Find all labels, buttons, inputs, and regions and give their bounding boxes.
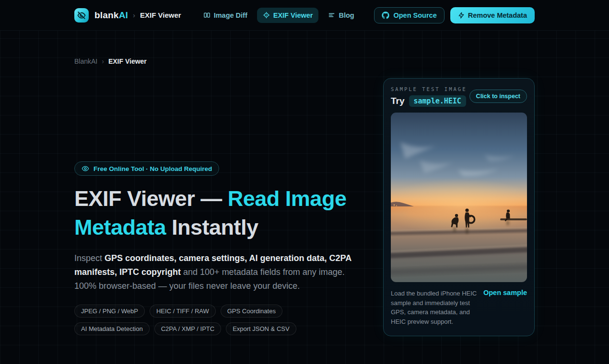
hero-section: Free Online Tool · No Upload Required EX… bbox=[74, 78, 535, 336]
sample-card-eyebrow: SAMPLE TEST IMAGE bbox=[391, 86, 467, 92]
exif-target-icon bbox=[263, 11, 270, 19]
feature-chips: JPEG / PNG / WebP HEIC / TIFF / RAW GPS … bbox=[74, 305, 362, 335]
remove-metadata-label: Remove Metadata bbox=[468, 11, 527, 19]
eye-icon bbox=[82, 165, 89, 172]
nav-item-image-diff[interactable]: Image Diff bbox=[198, 8, 253, 23]
topbar: blankAI › EXIF Viewer Image Diff bbox=[0, 0, 609, 31]
eye-off-icon bbox=[77, 11, 86, 20]
hero-description: Inspect GPS coordinates, camera settings… bbox=[74, 251, 361, 293]
nav-item-blog[interactable]: Blog bbox=[322, 8, 360, 23]
try-label: Try bbox=[391, 96, 405, 106]
sample-photo-sunset-beach[interactable] bbox=[391, 113, 527, 282]
github-icon bbox=[382, 11, 389, 19]
sample-image-card[interactable]: SAMPLE TEST IMAGE Try sample.HEIC Click … bbox=[383, 78, 535, 336]
title-post: Instantly bbox=[166, 215, 258, 239]
hero-copy: Free Online Tool · No Upload Required EX… bbox=[74, 161, 362, 336]
open-source-button[interactable]: Open Source bbox=[374, 7, 444, 23]
blog-lines-icon bbox=[328, 11, 335, 19]
brand-name-suffix: AI bbox=[119, 10, 128, 20]
nav-item-label: Blog bbox=[339, 11, 354, 19]
chip-formats-raw: HEIC / TIFF / RAW bbox=[150, 305, 216, 318]
open-source-label: Open Source bbox=[393, 11, 436, 19]
main-content: BlankAI › EXIF Viewer Free Online Tool ·… bbox=[74, 57, 535, 336]
chevron-right-icon: › bbox=[133, 11, 135, 19]
zap-icon bbox=[458, 12, 465, 19]
desc-pre: Inspect bbox=[74, 253, 105, 263]
chip-export: Export JSON & CSV bbox=[226, 322, 296, 335]
nav-item-exif-viewer[interactable]: EXIF Viewer bbox=[257, 8, 319, 23]
badge-label: Free Online Tool · No Upload Required bbox=[94, 165, 212, 172]
brand-logo[interactable] bbox=[74, 8, 89, 23]
breadcrumb: BlankAI › EXIF Viewer bbox=[74, 57, 535, 65]
brand-name-prefix: blank bbox=[94, 10, 119, 20]
chip-ai-detection: AI Metadata Detection bbox=[74, 322, 150, 335]
open-sample-link[interactable]: Open sample bbox=[483, 289, 527, 296]
free-tool-badge: Free Online Tool · No Upload Required bbox=[74, 161, 219, 176]
main-nav: Image Diff EXIF Viewer bbox=[198, 8, 360, 23]
chip-gps: GPS Coordinates bbox=[221, 305, 282, 318]
page-title: EXIF Viewer — Read Image Metadata Instan… bbox=[74, 184, 362, 242]
breadcrumb-root[interactable]: BlankAI bbox=[74, 57, 97, 65]
nav-item-label: EXIF Viewer bbox=[273, 11, 313, 19]
title-pre: EXIF Viewer — bbox=[74, 186, 228, 211]
topbar-page-title: EXIF Viewer bbox=[140, 11, 181, 19]
remove-metadata-button[interactable]: Remove Metadata bbox=[450, 7, 535, 23]
chip-c2pa: C2PA / XMP / IPTC bbox=[154, 322, 222, 335]
sample-filename: sample.HEIC bbox=[409, 95, 466, 107]
sample-card-caption: Load the bundled iPhone HEIC sample and … bbox=[391, 289, 483, 326]
chip-formats-common: JPEG / PNG / WebP bbox=[74, 305, 145, 318]
nav-item-label: Image Diff bbox=[214, 11, 247, 19]
chevron-right-icon: › bbox=[102, 57, 104, 65]
click-to-inspect-button[interactable]: Click to inspect bbox=[469, 90, 527, 103]
breadcrumb-current: EXIF Viewer bbox=[108, 57, 147, 65]
brand-name[interactable]: blankAI bbox=[94, 10, 128, 21]
image-diff-icon bbox=[203, 11, 211, 19]
